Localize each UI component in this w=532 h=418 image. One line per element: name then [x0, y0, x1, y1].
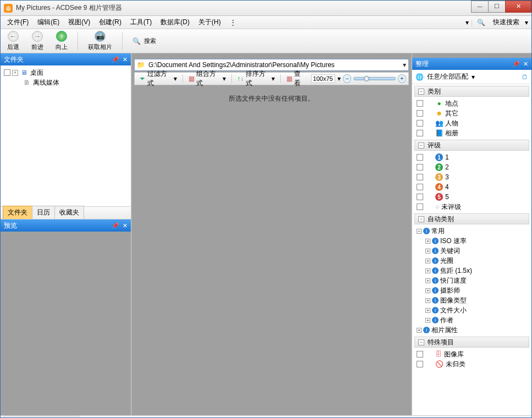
view-icon: ▦ — [286, 75, 292, 82]
new-item-icon[interactable]: 🗋 — [522, 73, 528, 81]
dropdown-icon[interactable]: ▾ — [472, 73, 475, 81]
menu-dropdown-icon[interactable]: ▾ — [465, 19, 469, 26]
checkbox[interactable] — [417, 120, 423, 127]
cat-people[interactable]: 👥人物 — [412, 118, 531, 128]
tab-folders[interactable]: 文件夹 — [3, 206, 32, 219]
auto-photographer[interactable]: +i摄影师 — [417, 285, 531, 295]
quick-search[interactable]: 快速搜索 — [490, 16, 523, 28]
checkbox[interactable] — [417, 110, 423, 117]
checkbox[interactable] — [417, 154, 423, 161]
auto-filesize[interactable]: +i文件大小 — [417, 305, 531, 315]
collapse-icon[interactable]: − — [417, 229, 422, 234]
expand-icon[interactable]: + — [425, 308, 430, 313]
zoom-out-button[interactable]: − — [343, 74, 351, 83]
checkbox[interactable] — [4, 69, 10, 76]
menu-tools[interactable]: 工具(T) — [127, 16, 155, 28]
expand-icon[interactable]: + — [425, 268, 430, 273]
match-mode[interactable]: 任意/全部匹配 — [427, 72, 468, 81]
acquire-button[interactable]: 📷获取相片 — [86, 30, 114, 52]
panel-close-icon[interactable]: ✕ — [523, 61, 528, 68]
up-button[interactable]: ↑向上 — [53, 30, 70, 52]
special-db[interactable]: 🗄图像库 — [412, 349, 531, 359]
pin-icon[interactable]: 📌 — [112, 56, 119, 63]
rating-4[interactable]: 44 — [412, 182, 531, 192]
section-special[interactable]: −特殊项目 — [414, 337, 529, 348]
section-auto[interactable]: −自动类别 — [414, 213, 529, 224]
checkbox[interactable] — [417, 100, 423, 107]
collapse-icon[interactable]: − — [418, 339, 424, 345]
panel-close-icon[interactable]: ✕ — [123, 222, 128, 229]
panel-close-icon[interactable]: ✕ — [123, 56, 128, 63]
cat-album[interactable]: 📘相册 — [412, 128, 531, 138]
search-button[interactable]: 🔍搜索 — [130, 36, 158, 46]
maximize-button[interactable] — [488, 1, 506, 13]
collapse-icon[interactable]: − — [418, 216, 424, 222]
menu-file[interactable]: 文件(F) — [4, 16, 32, 28]
rating-5[interactable]: 55 — [412, 192, 531, 202]
quick-search-dropdown-icon[interactable]: ▾ — [525, 19, 528, 26]
checkbox[interactable] — [417, 361, 423, 367]
auto-keyword[interactable]: +i关键词 — [417, 246, 531, 256]
section-rating[interactable]: −评级 — [414, 140, 529, 151]
special-uncat[interactable]: 🚫未归类 — [412, 359, 531, 369]
expand-icon[interactable]: + — [425, 249, 430, 254]
auto-imgtype[interactable]: +i图像类型 — [417, 295, 531, 305]
tree-item-offline[interactable]: 🗎 离线媒体 — [3, 78, 129, 87]
auto-iso[interactable]: +iISO 速率 — [417, 236, 531, 246]
checkbox[interactable] — [417, 351, 423, 358]
expand-icon[interactable]: + — [12, 70, 18, 76]
thumb-size[interactable]: 100x75 — [311, 74, 335, 83]
window-controls — [472, 1, 531, 13]
expand-icon[interactable]: + — [425, 298, 430, 303]
zoom-in-button[interactable]: + — [398, 74, 406, 83]
zoom-slider[interactable] — [353, 77, 396, 80]
rating-3[interactable]: 33 — [412, 172, 531, 182]
folders-tree[interactable]: + 🖥 桌面 🗎 离线媒体 — [1, 65, 131, 206]
back-button[interactable]: ←后退 — [5, 30, 21, 52]
checkbox[interactable] — [417, 194, 423, 200]
tab-favorites[interactable]: 收藏夹 — [54, 206, 84, 219]
cat-other[interactable]: ☻其它 — [412, 108, 531, 118]
checkbox[interactable] — [417, 184, 423, 190]
expand-icon[interactable]: + — [425, 318, 430, 323]
rating-1[interactable]: 11 — [412, 152, 531, 162]
checkbox[interactable] — [417, 174, 423, 180]
expand-icon[interactable]: + — [417, 328, 422, 333]
checkbox[interactable] — [417, 164, 423, 170]
collapse-icon[interactable]: − — [418, 89, 424, 95]
checkbox[interactable] — [417, 204, 423, 210]
collapse-icon[interactable]: − — [418, 142, 424, 148]
rating-2[interactable]: 22 — [412, 162, 531, 172]
search-icon: 🔍 — [477, 19, 485, 26]
slider-knob[interactable] — [364, 76, 369, 81]
dropdown-icon[interactable]: ▾ — [337, 75, 341, 82]
close-button[interactable] — [505, 1, 531, 13]
dropdown-icon[interactable]: ▾ — [403, 61, 406, 69]
menu-view[interactable]: 视图(V) — [65, 16, 93, 28]
expand-icon[interactable]: + — [425, 278, 430, 283]
pin-icon[interactable]: 📌 — [112, 222, 119, 229]
auto-common[interactable]: −i常用 — [417, 226, 531, 236]
menu-database[interactable]: 数据库(D) — [157, 16, 193, 28]
tab-calendar[interactable]: 日历 — [32, 206, 55, 219]
menu-create[interactable]: 创建(R) — [96, 16, 125, 28]
auto-aperture[interactable]: +i光圈 — [417, 256, 531, 266]
tree-item-desktop[interactable]: + 🖥 桌面 — [3, 68, 129, 78]
section-category[interactable]: −类别 — [414, 86, 529, 97]
forward-button[interactable]: →前进 — [29, 30, 46, 52]
expand-icon[interactable]: + — [425, 239, 430, 244]
auto-focal[interactable]: +i焦距 (1.5x) — [417, 266, 531, 276]
auto-shutter[interactable]: +i快门速度 — [417, 276, 531, 285]
expand-icon[interactable]: + — [425, 288, 430, 293]
menu-about[interactable]: 关于(H) — [195, 16, 224, 28]
rating-unrated[interactable]: ○未评级 — [412, 202, 531, 212]
cat-place[interactable]: ●地点 — [412, 98, 531, 108]
menu-edit[interactable]: 编辑(E) — [34, 16, 63, 28]
auto-photo-props[interactable]: +i相片属性 — [417, 325, 531, 335]
pin-icon[interactable]: 📌 — [512, 61, 520, 68]
expand-icon[interactable]: + — [425, 258, 430, 263]
checkbox[interactable] — [417, 130, 423, 136]
rating-5-icon: 5 — [435, 193, 443, 201]
auto-author[interactable]: +i作者 — [417, 315, 531, 325]
minimize-button[interactable] — [471, 1, 489, 13]
